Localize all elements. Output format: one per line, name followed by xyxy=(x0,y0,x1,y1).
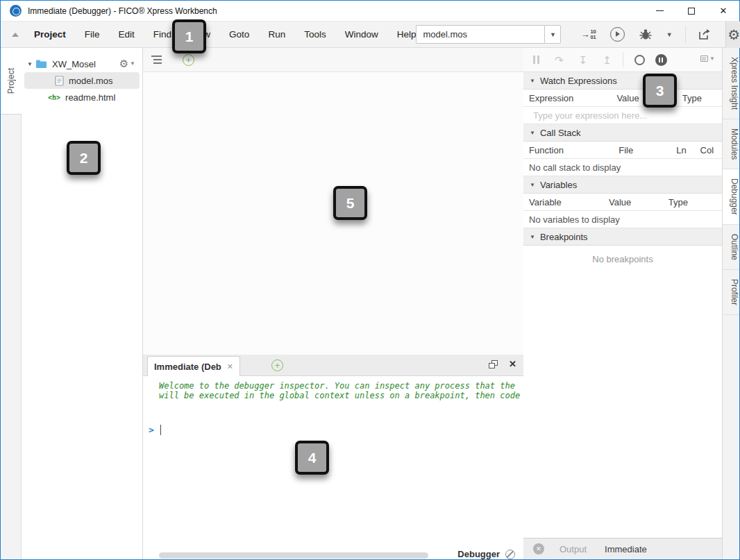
tab-output[interactable]: Output xyxy=(560,544,587,554)
menu-run[interactable]: Run xyxy=(268,29,285,40)
project-settings-button[interactable]: ⚙ ▼ xyxy=(119,58,135,69)
menu-items: Project File Edit Find View Goto Run Too… xyxy=(34,29,416,40)
collapse-caret-icon: ▼ xyxy=(530,130,535,136)
minimize-icon xyxy=(656,10,664,11)
console-welcome-line1: Welcome to the debugger inspector. You c… xyxy=(159,381,520,391)
pause-on-breakpoints-icon[interactable] xyxy=(655,54,667,66)
close-button[interactable]: ✕ xyxy=(707,1,739,21)
project-rail-tab[interactable]: Project xyxy=(1,48,22,114)
menu-window[interactable]: Window xyxy=(345,29,378,40)
maximize-button[interactable] xyxy=(675,1,707,21)
rail-tab-modules[interactable]: Modules xyxy=(723,119,739,169)
annotation-marker-5: 5 xyxy=(333,186,367,220)
goto-line-icon[interactable]: → 10 01 xyxy=(580,29,596,40)
window-controls: ✕ xyxy=(644,1,739,21)
console-status: Debugger xyxy=(457,549,515,559)
window-title: Immediate (Debugger) - FICO® Xpress Work… xyxy=(28,6,217,16)
callstack-columns-row: Function File Ln Col xyxy=(523,142,722,159)
menu-help[interactable]: Help xyxy=(397,29,417,40)
document-icon xyxy=(55,76,64,86)
watch-columns-row: Expression Value Type xyxy=(523,90,722,107)
tab-close-icon[interactable]: ✕ xyxy=(227,362,233,371)
menu-goto[interactable]: Goto xyxy=(229,29,249,40)
run-file-selector: ▼ xyxy=(416,25,561,44)
step-into-icon[interactable]: ↧ xyxy=(579,55,588,65)
rail-tab-debugger[interactable]: Debugger xyxy=(723,169,739,225)
variables-empty-message: No variables to display xyxy=(523,211,722,228)
run-file-dropdown-button[interactable]: ▼ xyxy=(544,25,561,44)
tree-file-readme-html[interactable]: <h> readme.html xyxy=(22,89,142,105)
debug-button[interactable] xyxy=(639,28,653,41)
file-name: readme.html xyxy=(65,92,115,103)
gear-icon: ⚙ xyxy=(119,58,128,69)
close-panel-icon[interactable]: ✕ xyxy=(509,359,516,368)
console-panel: Immediate (Deb ✕ + ✕ Welcome to the debu… xyxy=(143,355,523,559)
new-tab-button[interactable]: + xyxy=(183,54,194,66)
tree-file-model-mos[interactable]: model.mos xyxy=(24,72,140,89)
chevron-down-icon: ▼ xyxy=(550,31,556,38)
menu-edit[interactable]: Edit xyxy=(119,29,135,40)
console-prompt-row[interactable]: > xyxy=(149,425,161,435)
watch-input-row xyxy=(523,107,722,124)
tab-list-icon[interactable] xyxy=(151,56,162,65)
rail-tab-profiler[interactable]: Profiler xyxy=(723,270,739,315)
project-rail-tab-label: Project xyxy=(6,68,16,94)
step-out-icon[interactable]: ↥ xyxy=(603,55,612,65)
share-button[interactable] xyxy=(698,28,712,40)
goto-digits: 10 01 xyxy=(590,29,596,40)
html-file-icon: <h> xyxy=(48,94,60,101)
settings-button[interactable]: ⚙ xyxy=(725,22,740,48)
chevron-down-icon: ▼ xyxy=(709,56,715,62)
run-button[interactable] xyxy=(610,27,625,42)
run-file-input[interactable] xyxy=(416,25,544,44)
menu-find[interactable]: Find xyxy=(153,29,171,40)
close-console-icon[interactable]: ✕ xyxy=(533,543,544,554)
collapse-menubar-icon[interactable] xyxy=(12,33,19,37)
break-on-exceptions-icon[interactable] xyxy=(634,55,645,65)
rail-tab-outline[interactable]: Outline xyxy=(723,225,739,270)
maximize-panel-icon[interactable] xyxy=(489,360,498,368)
annotation-marker-2: 2 xyxy=(67,141,101,175)
watch-expressions-header[interactable]: ▼ Watch Expressions xyxy=(523,72,722,90)
breakpoints-header[interactable]: ▼ Breakpoints xyxy=(523,228,722,246)
list-icon xyxy=(700,56,708,62)
variables-columns-row: Variable Value Type xyxy=(523,194,722,211)
menu-bar: Project File Edit Find View Goto Run Too… xyxy=(1,22,739,48)
console-tab-label: Immediate (Deb xyxy=(154,362,221,372)
menu-tools[interactable]: Tools xyxy=(304,29,326,40)
annotation-marker-4: 4 xyxy=(295,441,329,475)
file-name: model.mos xyxy=(69,76,113,86)
call-stack-header[interactable]: ▼ Call Stack xyxy=(523,124,722,142)
goto-arrow-icon: → xyxy=(580,29,589,40)
gear-icon: ⚙ xyxy=(728,28,740,42)
folder-expand-caret-icon[interactable]: ▼ xyxy=(27,61,35,67)
tree-folder-row[interactable]: ▼ XW_Mosel ⚙ ▼ xyxy=(22,56,142,72)
annotation-marker-3: 3 xyxy=(643,74,677,108)
folder-icon xyxy=(35,59,47,69)
variables-header[interactable]: ▼ Variables xyxy=(523,176,722,194)
folder-name: XW_Mosel xyxy=(52,59,96,69)
step-over-icon[interactable]: ↷ xyxy=(555,55,564,65)
annotation-marker-1: 1 xyxy=(172,19,206,53)
run-options-caret[interactable]: ▼ xyxy=(666,31,673,38)
minimize-button[interactable] xyxy=(644,1,675,21)
pause-icon[interactable] xyxy=(533,56,539,64)
console-output[interactable]: Welcome to the debugger inspector. You c… xyxy=(143,381,523,560)
text-cursor xyxy=(160,425,161,435)
menu-file[interactable]: File xyxy=(85,29,100,40)
disconnected-icon xyxy=(505,550,515,559)
play-icon xyxy=(610,27,625,42)
watch-expression-input[interactable] xyxy=(523,110,714,121)
horizontal-scrollbar[interactable] xyxy=(159,552,428,559)
console-tab-immediate[interactable]: Immediate (Deb ✕ xyxy=(147,356,240,376)
panel-menu-button[interactable]: ▼ xyxy=(700,56,715,62)
console-tab-bar: Immediate (Deb ✕ + ✕ xyxy=(143,355,523,376)
tab-immediate[interactable]: Immediate xyxy=(605,544,647,554)
collapse-caret-icon: ▼ xyxy=(530,78,535,84)
menu-project[interactable]: Project xyxy=(34,29,66,40)
maximize-icon xyxy=(688,8,695,15)
rail-tab-xpress-insight[interactable]: Xpress Insight xyxy=(723,48,739,119)
toolbar-separator xyxy=(685,26,686,43)
console-prompt: > xyxy=(149,425,154,435)
new-console-tab-button[interactable]: + xyxy=(271,359,283,371)
